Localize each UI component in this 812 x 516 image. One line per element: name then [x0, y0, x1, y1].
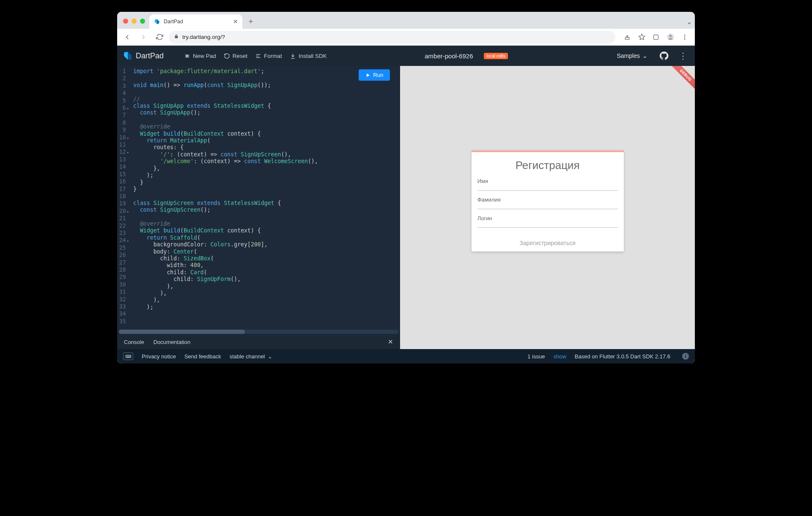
feedback-link[interactable]: Send feedback — [184, 353, 221, 360]
run-button[interactable]: Run — [359, 69, 390, 81]
line-gutter: 1 2 3 4 5 6▾7 8 9 10▾11 12▾13 14 15 16 1… — [117, 66, 132, 330]
code-editor[interactable]: 1 2 3 4 5 6▾7 8 9 10▾11 12▾13 14 15 16 1… — [117, 66, 400, 330]
address-bar[interactable]: try.dartlang.org/? — [169, 31, 615, 44]
chevron-down-icon[interactable]: ⌄ — [683, 16, 695, 27]
svg-rect-1 — [654, 35, 658, 39]
horizontal-scrollbar[interactable] — [119, 330, 398, 334]
svg-point-4 — [684, 35, 686, 36]
github-icon[interactable] — [658, 50, 669, 61]
main-split: Run 1 2 3 4 5 6▾7 8 9 10▾11 12▾13 14 15 … — [117, 66, 695, 349]
profile-icon[interactable] — [664, 30, 677, 44]
debug-ribbon: DEBUG — [667, 66, 695, 93]
install-sdk-button[interactable]: Install SDK — [290, 53, 327, 59]
format-button[interactable]: Format — [255, 53, 282, 59]
field-name[interactable]: Имя — [477, 178, 618, 191]
samples-dropdown[interactable]: Samples⌄ — [617, 52, 647, 59]
extensions-icon[interactable] — [649, 30, 663, 44]
browser-tab-title: DartPad — [164, 19, 183, 25]
field-surname-label: Фамилия — [477, 197, 618, 203]
svg-point-3 — [669, 35, 672, 37]
maximize-window-icon[interactable] — [140, 19, 145, 24]
editor-pane: Run 1 2 3 4 5 6▾7 8 9 10▾11 12▾13 14 15 … — [117, 66, 400, 349]
field-name-label: Имя — [477, 178, 618, 184]
svg-point-6 — [684, 38, 686, 40]
new-pad-button[interactable]: New Pad — [184, 53, 216, 59]
browser-tabstrip: DartPad ✕ + ⌄ — [117, 12, 695, 29]
dartpad-header: DartPad New Pad Reset Format Install SDK… — [117, 46, 695, 66]
share-icon[interactable] — [620, 30, 634, 44]
close-window-icon[interactable] — [123, 19, 128, 24]
browser-tab[interactable]: DartPad ✕ — [149, 14, 242, 29]
console-tabs: Console Documentation ✕ — [117, 335, 400, 349]
sdk-version: Based on Flutter 3.0.5 Dart SDK 2.17.6 — [575, 353, 670, 360]
tab-close-icon[interactable]: ✕ — [233, 18, 238, 25]
back-button[interactable] — [121, 30, 134, 44]
issue-count: 1 issue — [527, 353, 545, 360]
field-login[interactable]: Логин — [477, 215, 618, 228]
forward-button[interactable] — [137, 30, 150, 44]
reset-button[interactable]: Reset — [224, 53, 247, 59]
browser-toolbar: try.dartlang.org/? — [117, 29, 695, 46]
local-edits-badge: local edits — [484, 53, 508, 59]
channel-dropdown[interactable]: stable channel⌄ — [230, 353, 272, 360]
minimize-window-icon[interactable] — [132, 19, 137, 24]
svg-point-5 — [684, 36, 686, 38]
keyboard-icon[interactable]: ⌨ — [123, 352, 133, 360]
card-title: Регистрация — [477, 159, 618, 172]
info-icon[interactable]: i — [682, 353, 689, 360]
field-login-label: Логин — [477, 215, 618, 221]
dartpad-logo: DartPad — [123, 51, 164, 60]
submit-button[interactable]: Зарегистрироваться — [472, 235, 624, 251]
signup-card: Регистрация Имя Фамилия Логин Зарегистри… — [472, 150, 624, 251]
more-menu-icon[interactable]: ⋮ — [677, 51, 689, 61]
url-text: try.dartlang.org/? — [182, 34, 225, 40]
code-content[interactable]: import 'package:flutter/material.dart'; … — [132, 66, 400, 330]
close-console-icon[interactable]: ✕ — [388, 338, 393, 346]
new-tab-button[interactable]: + — [245, 16, 257, 27]
show-issues-link[interactable]: show — [553, 353, 566, 360]
chevron-down-icon: ⌄ — [268, 353, 272, 360]
menu-icon[interactable] — [678, 30, 691, 44]
project-name: amber-pool-6926 — [425, 52, 473, 60]
footer: ⌨ Privacy notice Send feedback stable ch… — [117, 349, 695, 363]
privacy-link[interactable]: Privacy notice — [142, 353, 176, 360]
lock-icon — [174, 34, 179, 40]
logo-text: DartPad — [136, 52, 164, 60]
tab-console[interactable]: Console — [124, 339, 144, 345]
reload-button[interactable] — [153, 30, 166, 44]
output-pane: DEBUG Регистрация Имя Фамилия Логин — [400, 66, 695, 349]
bookmark-icon[interactable] — [635, 30, 648, 44]
window-controls — [123, 19, 145, 24]
chevron-down-icon: ⌄ — [642, 52, 647, 59]
tab-documentation[interactable]: Documentation — [154, 339, 190, 345]
dart-favicon-icon — [154, 18, 160, 25]
field-surname[interactable]: Фамилия — [477, 197, 618, 209]
